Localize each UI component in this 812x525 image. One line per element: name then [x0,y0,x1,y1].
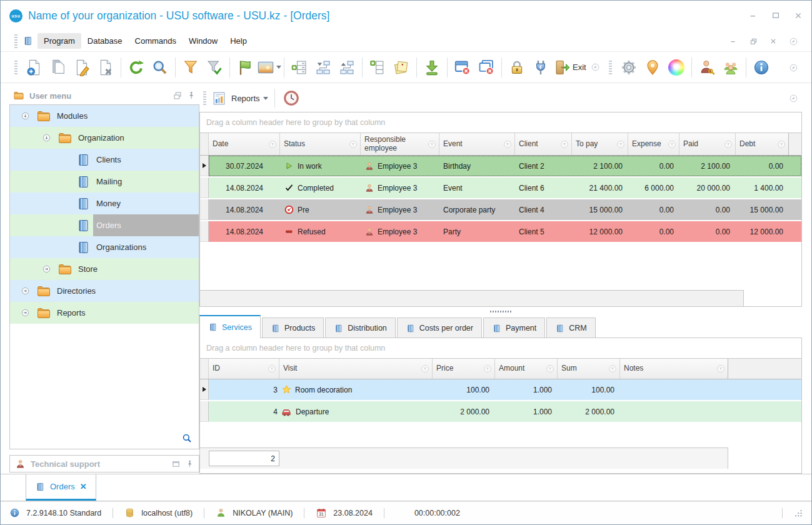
exit-button[interactable]: Exit [553,55,591,80]
minimize-button[interactable] [749,11,758,20]
cell-expense[interactable]: 0.00 [628,221,679,242]
cell-debt[interactable]: 15 000.00 [736,199,789,220]
mdi-close-button[interactable] [769,37,778,46]
cell-employee[interactable]: Employee 3 [361,221,439,242]
cell-date[interactable]: 30.07.2024 [209,156,280,176]
toolbar-grip[interactable] [14,61,18,74]
cell-price[interactable]: 2 000.00 [433,401,495,422]
cell-employee[interactable]: Employee 3 [361,156,439,176]
filter-icon[interactable] [503,139,513,149]
support-pin-button[interactable] [185,459,194,468]
cell-debt[interactable]: 1 400.00 [736,178,789,198]
edit-record-button[interactable] [70,55,94,80]
filter-apply-button[interactable] [203,55,226,80]
sidebar-item-modules[interactable]: Modules [10,105,199,127]
menu-window[interactable]: Window [183,33,224,49]
expand-icon[interactable] [20,286,31,296]
filter-icon[interactable] [267,364,277,374]
new-record-button[interactable] [23,55,46,80]
order-row[interactable]: 14.08.2024 Pre Employee 3 Corporate part… [200,199,801,220]
mdi-minimize-button[interactable] [729,37,738,46]
column-header-visit[interactable]: Visit [279,359,433,379]
cell-debt[interactable]: 0.00 [736,156,789,176]
collapse-icon[interactable] [41,132,52,143]
image-button[interactable] [257,55,281,80]
cell-event[interactable]: Event [439,178,515,198]
cell-paid[interactable]: 0.00 [679,221,736,242]
menu-commands[interactable]: Commands [129,33,183,49]
expand-icon[interactable] [20,308,31,318]
filter-icon[interactable] [545,364,555,374]
employees-button[interactable] [719,55,743,80]
cell-sum[interactable]: 100.00 [558,379,620,400]
column-header-id[interactable]: ID [209,359,279,379]
cell-id[interactable]: 3 [209,379,279,400]
tab-crm[interactable]: CRM [546,318,595,338]
sidebar-item-orders[interactable]: Orders [10,214,199,236]
column-header-sum[interactable]: Sum [558,359,620,379]
technical-support-bar[interactable]: Technical support [9,455,199,472]
sidebar-item-directories[interactable]: Directories [10,280,199,302]
cell-employee[interactable]: Employee 3 [361,199,439,220]
expand-icon[interactable] [41,264,52,274]
menu-program[interactable]: Program [38,33,81,49]
filter-icon[interactable] [667,139,677,149]
menu-database[interactable]: Database [81,33,129,49]
filter-icon[interactable] [559,139,569,149]
cell-price[interactable]: 100.00 [433,379,495,400]
cell-visit[interactable]: Departure [279,401,433,422]
horizontal-scrollbar[interactable] [200,290,744,306]
column-header-expense[interactable]: Expense [628,133,679,155]
collapse-icon[interactable] [20,111,31,121]
filter-icon[interactable] [483,364,493,374]
filter-icon[interactable] [348,139,358,149]
cell-debt[interactable]: 12 000.00 [736,221,789,242]
cell-paid[interactable]: 20 000.00 [679,178,736,198]
reports-options-chevron[interactable] [789,94,798,102]
filter-icon[interactable] [716,364,726,374]
cell-status[interactable]: In work [280,156,361,176]
column-header-price[interactable]: Price [433,359,495,379]
copy-record-button[interactable] [46,55,70,80]
close-window-button[interactable] [451,55,474,80]
column-header-responsible-employee[interactable]: Responsible employee [361,133,439,155]
resize-grip-icon[interactable] [794,509,803,518]
toolbar-grip-2[interactable] [609,61,612,74]
filter-icon[interactable] [723,139,733,149]
cell-client[interactable]: Client 2 [515,156,572,176]
order-row[interactable]: 30.07.2024 In work Employee 3 Birthday C… [200,156,801,176]
menubar-options-chevron[interactable] [789,37,798,46]
cell-paid[interactable]: 2 100.00 [679,156,736,176]
delete-record-button[interactable] [94,55,118,80]
filter-icon[interactable] [268,139,278,149]
column-header-to-pay[interactable]: To pay [572,133,628,155]
cell-expense[interactable]: 0.00 [628,199,679,220]
tab-costs-per-order[interactable]: Costs per order [397,318,482,338]
refresh-button[interactable] [124,55,148,80]
order-row[interactable]: 14.08.2024 Refused Employee 3 Party Clie… [200,221,801,242]
import-button[interactable] [420,55,444,80]
sidebar-pin-button[interactable] [187,91,196,100]
notes-button[interactable] [389,55,413,80]
orders-group-by-panel[interactable]: Drag a column header here to group by th… [200,112,801,133]
sidebar-item-money[interactable]: Money [10,192,199,214]
search-button[interactable] [148,55,172,80]
sidebar-item-organization[interactable]: Organization [10,127,199,149]
cell-client[interactable]: Client 5 [515,221,572,242]
add-column-button[interactable] [366,55,389,80]
menubar-grip[interactable] [14,34,18,48]
filter-icon[interactable] [420,364,430,374]
reports-grip[interactable] [203,91,206,105]
order-row[interactable]: 14.08.2024 Completed Employee 3 Event Cl… [200,178,801,198]
column-header-notes[interactable]: Notes [620,359,728,379]
cell-to-pay[interactable]: 2 100.00 [572,156,628,176]
cell-date[interactable]: 14.08.2024 [209,221,280,242]
column-header-client[interactable]: Client [515,133,572,155]
tree-collapse-button[interactable] [335,55,359,80]
sidebar-item-reports[interactable]: Reports [10,302,199,324]
cell-event[interactable]: Birthday [439,156,515,176]
cell-status[interactable]: Pre [280,199,361,220]
flag-button[interactable] [233,55,257,80]
grid-splitter[interactable] [199,308,802,315]
column-header-date[interactable]: Date [209,133,280,155]
